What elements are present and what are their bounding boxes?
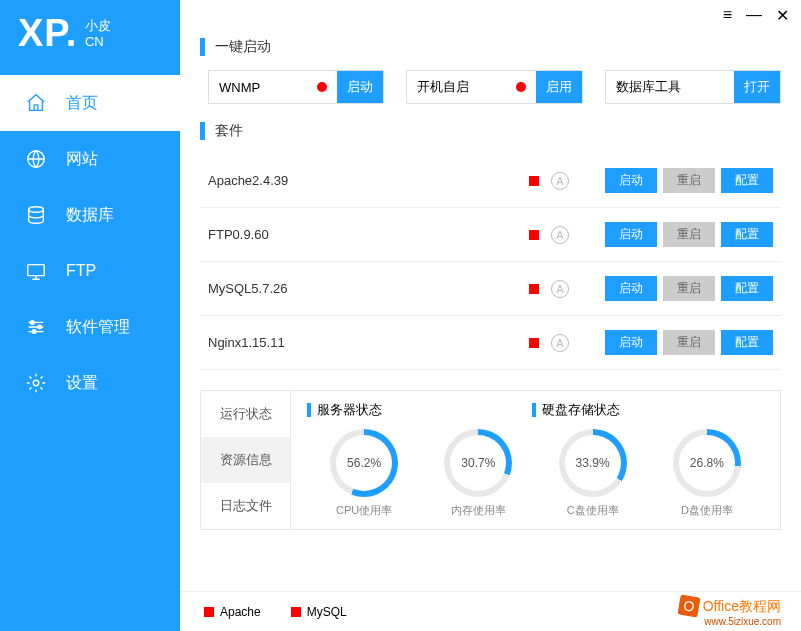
status-square [529,338,539,348]
status-body: 服务器状态 硬盘存储状态 56.2% CPU使用率 30.7% [291,391,780,529]
legend-square [204,607,214,617]
nav-software[interactable]: 软件管理 [0,299,180,355]
suite-name: Nginx1.15.11 [208,335,529,350]
start-button[interactable]: 启动 [605,168,657,193]
nav-home[interactable]: 首页 [0,75,180,131]
server-status-header: 服务器状态 [307,401,382,419]
legend-square [291,607,301,617]
footer: Apache MySQL OOffice教程网 www.5izixue.com [180,591,801,631]
start-button[interactable]: 启动 [605,222,657,247]
section-title: 套件 [215,122,243,140]
tab-logs[interactable]: 日志文件 [201,483,290,529]
open-button[interactable]: 打开 [734,71,780,103]
accent-bar [200,122,205,140]
svg-point-1 [29,207,44,213]
suite-name: Apache2.4.39 [208,173,529,188]
svg-point-5 [32,330,36,334]
tab-runtime[interactable]: 运行状态 [201,391,290,437]
suite-nginx: Nginx1.15.11 A 启动 重启 配置 [200,316,781,370]
sliders-icon [24,315,48,339]
svg-rect-2 [28,265,45,276]
suite-name: FTP0.9.60 [208,227,529,242]
badge-icon: A [551,172,569,190]
start-button[interactable]: 启动 [337,71,383,103]
nav-label: 数据库 [66,205,114,226]
logo-text: XP. [18,12,77,54]
tab-resource[interactable]: 资源信息 [201,437,290,483]
status-panel: 运行状态 资源信息 日志文件 服务器状态 硬盘存储状态 [200,390,781,530]
suite-header: 套件 [200,122,781,140]
logo: XP. 小皮CN [0,0,180,75]
quick-label: 数据库工具 [606,78,734,96]
suite-apache: Apache2.4.39 A 启动 重启 配置 [200,154,781,208]
gear-icon [24,371,48,395]
gauge-cpu: 56.2% CPU使用率 [330,429,398,518]
svg-point-3 [31,321,35,325]
nav-label: FTP [66,262,96,280]
quick-dbtool: 数据库工具 打开 [605,70,781,104]
restart-button[interactable]: 重启 [663,222,715,247]
legend-apache: Apache [204,605,261,619]
status-square [529,284,539,294]
globe-icon [24,147,48,171]
status-tabs: 运行状态 资源信息 日志文件 [201,391,291,529]
config-button[interactable]: 配置 [721,276,773,301]
main-panel: ≡ — ✕ 一键启动 WNMP 启动 开机自启 启用 [180,0,801,631]
nav-settings[interactable]: 设置 [0,355,180,411]
quick-wnmp: WNMP 启动 [208,70,384,104]
status-dot [516,82,526,92]
config-button[interactable]: 配置 [721,330,773,355]
svg-point-6 [33,380,39,386]
start-button[interactable]: 启动 [605,276,657,301]
nav-ftp[interactable]: FTP [0,243,180,299]
suite-list: Apache2.4.39 A 启动 重启 配置 FTP0.9.60 A 启动 重… [200,154,781,370]
status-square [529,230,539,240]
badge-icon: A [551,280,569,298]
config-button[interactable]: 配置 [721,168,773,193]
quick-autostart: 开机自启 启用 [406,70,582,104]
gauge-d-drive: 26.8% D盘使用率 [673,429,741,518]
sidebar: XP. 小皮CN 首页 网站 数据库 FTP [0,0,180,631]
badge-icon: A [551,226,569,244]
database-icon [24,203,48,227]
config-button[interactable]: 配置 [721,222,773,247]
home-icon [24,91,48,115]
legend-mysql: MySQL [291,605,347,619]
suite-ftp: FTP0.9.60 A 启动 重启 配置 [200,208,781,262]
gauges: 56.2% CPU使用率 30.7% 内存使用率 33.9% C盘使用率 2 [307,429,764,518]
gauge-memory: 30.7% 内存使用率 [444,429,512,518]
logo-subtext: 小皮CN [85,18,111,49]
menu-icon[interactable]: ≡ [723,6,732,24]
quick-label: WNMP [209,80,317,95]
suite-mysql: MySQL5.7.26 A 启动 重启 配置 [200,262,781,316]
section-title: 一键启动 [215,38,271,56]
enable-button[interactable]: 启用 [536,71,582,103]
nav-database[interactable]: 数据库 [0,187,180,243]
minimize-button[interactable]: — [746,6,762,24]
disk-status-header: 硬盘存储状态 [532,401,620,419]
quickstart-header: 一键启动 [200,38,781,56]
start-button[interactable]: 启动 [605,330,657,355]
restart-button[interactable]: 重启 [663,168,715,193]
status-dot [317,82,327,92]
monitor-icon [24,259,48,283]
gauge-c-drive: 33.9% C盘使用率 [559,429,627,518]
close-button[interactable]: ✕ [776,6,789,25]
svg-point-4 [38,325,42,329]
restart-button[interactable]: 重启 [663,330,715,355]
accent-bar [200,38,205,56]
suite-name: MySQL5.7.26 [208,281,529,296]
badge-icon: A [551,334,569,352]
nav-label: 设置 [66,373,98,394]
nav-label: 软件管理 [66,317,130,338]
quickstart-row: WNMP 启动 开机自启 启用 数据库工具 打开 [208,70,781,104]
status-square [529,176,539,186]
nav-label: 首页 [66,93,98,114]
quick-label: 开机自启 [407,78,515,96]
watermark: OOffice教程网 www.5izixue.com [679,596,781,627]
nav-website[interactable]: 网站 [0,131,180,187]
restart-button[interactable]: 重启 [663,276,715,301]
titlebar: ≡ — ✕ [180,0,801,30]
nav-label: 网站 [66,149,98,170]
